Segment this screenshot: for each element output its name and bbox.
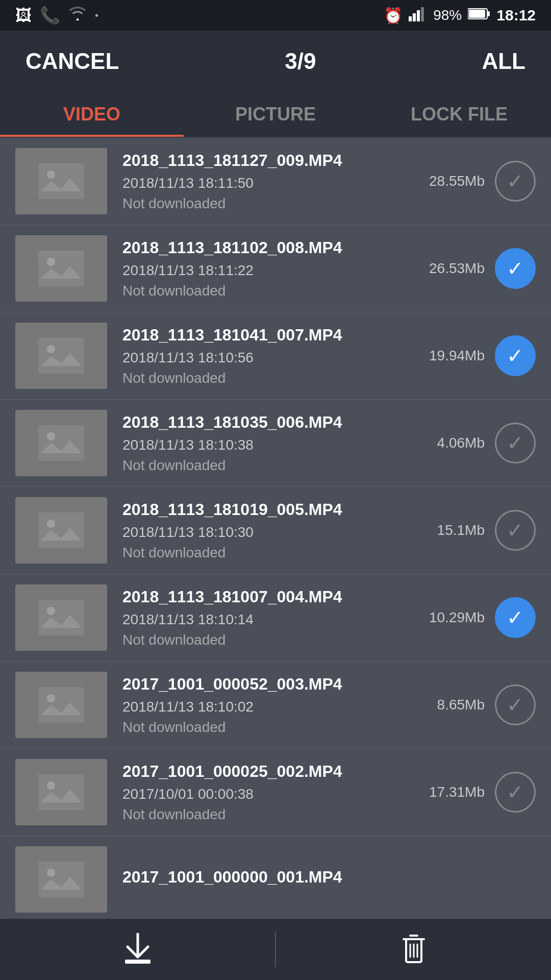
file-thumbnail	[15, 323, 107, 389]
status-bar-right: ⏰ 98% 18:12	[384, 6, 536, 25]
file-thumbnail	[15, 672, 107, 738]
list-item[interactable]: 2018_1113_181102_008.MP4 2018/11/13 18:1…	[0, 225, 551, 312]
list-item[interactable]: 2017_1001_000025_002.MP4 2017/10/01 00:0…	[0, 749, 551, 836]
svg-rect-11	[38, 338, 84, 374]
file-date: 2017/10/01 00:00:38	[122, 786, 398, 802]
file-select-checkbox[interactable]: ✓	[495, 335, 536, 376]
file-status: Not downloaded	[122, 545, 398, 561]
battery-percentage: 98%	[433, 7, 462, 23]
file-status: Not downloaded	[122, 370, 398, 386]
list-item[interactable]: 2018_1113_181019_005.MP4 2018/11/13 18:1…	[0, 487, 551, 574]
list-item[interactable]: 2018_1113_181007_004.MP4 2018/11/13 18:1…	[0, 574, 551, 662]
svg-rect-3	[421, 7, 424, 21]
file-name: 2018_1113_181007_004.MP4	[122, 587, 398, 606]
battery-icon	[468, 7, 490, 24]
svg-point-8	[47, 170, 55, 179]
list-item[interactable]: 2018_1113_181127_009.MP4 2018/11/13 18:1…	[0, 138, 551, 225]
gallery-icon: 🖼	[15, 6, 32, 25]
file-info: 2017_1001_000052_003.MP4 2018/11/13 18:1…	[107, 675, 413, 736]
file-date: 2018/11/13 18:11:22	[122, 262, 398, 279]
file-date: 2018/11/13 18:10:38	[122, 437, 398, 453]
svg-rect-0	[409, 16, 412, 21]
signal-icon	[409, 6, 427, 25]
list-item[interactable]: 2018_1113_181035_006.MP4 2018/11/13 18:1…	[0, 400, 551, 487]
file-date: 2018/11/13 18:10:56	[122, 350, 398, 366]
delete-icon	[396, 932, 432, 967]
file-thumbnail	[15, 759, 107, 825]
file-date: 2018/11/13 18:10:14	[122, 611, 398, 628]
file-select-checkbox[interactable]: ✓	[495, 161, 536, 202]
file-size: 15.1Mb	[413, 522, 485, 538]
tab-video[interactable]: VIDEO	[0, 92, 184, 137]
tab-bar: VIDEO PICTURE LOCK FILE	[0, 92, 551, 138]
svg-rect-7	[38, 163, 84, 199]
file-size: 28.55Mb	[413, 173, 485, 189]
svg-point-24	[47, 869, 55, 877]
file-status: Not downloaded	[122, 457, 398, 474]
file-info: 2018_1113_181007_004.MP4 2018/11/13 18:1…	[107, 587, 413, 648]
list-item[interactable]: 2018_1113_181041_007.MP4 2018/11/13 18:1…	[0, 312, 551, 400]
list-item[interactable]: 2017_1001_000000_001.MP4	[0, 836, 551, 923]
file-info: 2018_1113_181035_006.MP4 2018/11/13 18:1…	[107, 413, 413, 474]
top-bar: CANCEL 3/9 ALL	[0, 31, 551, 92]
file-select-checkbox[interactable]: ✓	[495, 597, 536, 638]
file-thumbnail	[15, 235, 107, 302]
file-name: 2017_1001_000025_002.MP4	[122, 762, 398, 781]
svg-rect-23	[38, 862, 84, 897]
svg-point-22	[47, 781, 55, 790]
svg-rect-25	[125, 960, 151, 964]
svg-point-14	[47, 432, 55, 440]
file-select-checkbox[interactable]: ✓	[495, 510, 536, 551]
bottom-bar	[0, 919, 551, 980]
file-name: 2018_1113_181041_007.MP4	[122, 326, 398, 345]
svg-point-12	[47, 345, 55, 353]
svg-rect-15	[38, 512, 84, 548]
file-info: 2018_1113_181127_009.MP4 2018/11/13 18:1…	[107, 151, 413, 212]
svg-rect-19	[38, 687, 84, 723]
file-thumbnail	[15, 584, 107, 651]
cancel-button[interactable]: CANCEL	[26, 48, 119, 74]
file-size: 17.31Mb	[413, 784, 485, 800]
svg-rect-13	[38, 425, 84, 461]
select-all-button[interactable]: ALL	[482, 48, 525, 74]
file-select-checkbox[interactable]: ✓	[495, 248, 536, 289]
svg-point-10	[47, 258, 55, 266]
svg-rect-5	[487, 11, 490, 16]
file-name: 2018_1113_181035_006.MP4	[122, 413, 398, 432]
svg-point-20	[47, 694, 55, 702]
svg-rect-9	[38, 251, 84, 286]
file-name: 2017_1001_000000_001.MP4	[122, 868, 520, 887]
download-icon	[120, 932, 156, 967]
tab-picture[interactable]: PICTURE	[184, 92, 367, 137]
file-status: Not downloaded	[122, 806, 398, 823]
file-info: 2017_1001_000000_001.MP4	[107, 868, 536, 892]
file-thumbnail	[15, 846, 107, 913]
file-name: 2018_1113_181102_008.MP4	[122, 238, 398, 257]
delete-button[interactable]	[276, 932, 551, 967]
download-button[interactable]	[0, 932, 275, 967]
file-size: 8.65Mb	[413, 697, 485, 713]
file-select-checkbox[interactable]: ✓	[495, 772, 536, 813]
file-info: 2018_1113_181041_007.MP4 2018/11/13 18:1…	[107, 326, 413, 386]
file-info: 2017_1001_000025_002.MP4 2017/10/01 00:0…	[107, 762, 413, 823]
file-status: Not downloaded	[122, 632, 398, 648]
file-date: 2018/11/13 18:10:02	[122, 699, 398, 715]
file-info: 2018_1113_181102_008.MP4 2018/11/13 18:1…	[107, 238, 413, 299]
svg-point-16	[47, 520, 55, 528]
file-list: 2018_1113_181127_009.MP4 2018/11/13 18:1…	[0, 138, 551, 923]
list-item[interactable]: 2017_1001_000052_003.MP4 2018/11/13 18:1…	[0, 662, 551, 749]
file-size: 26.53Mb	[413, 260, 485, 277]
file-select-checkbox[interactable]: ✓	[495, 684, 536, 725]
status-bar: 🖼 📞 • ⏰ 98%	[0, 0, 551, 31]
status-bar-left: 🖼 📞 •	[15, 6, 98, 25]
tab-lock-file[interactable]: LOCK FILE	[367, 92, 551, 137]
svg-rect-1	[413, 13, 416, 21]
file-date: 2018/11/13 18:10:30	[122, 524, 398, 541]
file-thumbnail	[15, 148, 107, 214]
file-info: 2018_1113_181019_005.MP4 2018/11/13 18:1…	[107, 500, 413, 561]
svg-rect-6	[469, 10, 485, 18]
file-name: 2018_1113_181127_009.MP4	[122, 151, 398, 170]
file-thumbnail	[15, 410, 107, 476]
phone-icon: 📞	[40, 6, 60, 25]
file-select-checkbox[interactable]: ✓	[495, 423, 536, 463]
